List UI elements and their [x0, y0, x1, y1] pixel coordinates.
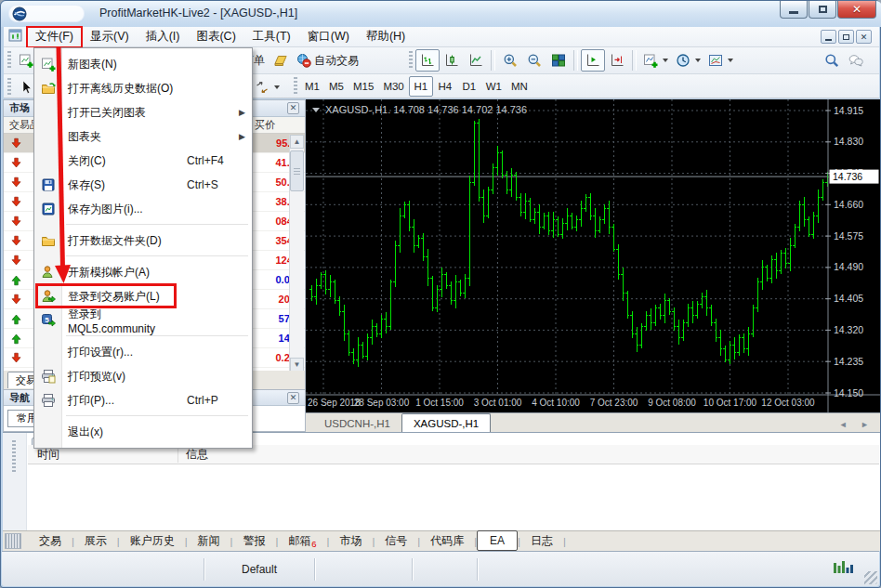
chart-shift-button[interactable] [581, 49, 605, 72]
price-chart[interactable]: 14.91514.83014.74514.66014.57514.49014.4… [306, 99, 880, 412]
svg-text:4 Oct 10:00: 4 Oct 10:00 [532, 398, 580, 408]
message-column-header[interactable]: 信息 [178, 447, 208, 463]
auto-trading-button[interactable]: 自动交易 [293, 49, 362, 72]
templates-button[interactable] [704, 49, 737, 72]
mdi-close-button[interactable]: ✕ [856, 30, 872, 44]
menu-help[interactable]: 帮助(H) [358, 27, 414, 47]
indicators-button[interactable] [639, 49, 672, 72]
file-menu-item-login-to-trade-account[interactable]: 登录到交易账户(L) [34, 284, 252, 308]
menu-item-label: 图表夹 [62, 129, 187, 145]
terminal-tab-account-history[interactable]: 账户历史 [120, 531, 185, 551]
menu-charts[interactable]: 图表(C) [188, 27, 243, 47]
bar-chart-button[interactable] [415, 49, 440, 72]
timeframe-m5[interactable]: M5 [324, 76, 348, 97]
search-button[interactable] [820, 49, 844, 72]
file-menu-item-print-setup[interactable]: 打印设置(r)... [34, 340, 252, 364]
tile-windows-button[interactable] [546, 49, 571, 72]
file-menu-item-save[interactable]: 保存(S)Ctrl+S [34, 173, 252, 197]
line-chart-button[interactable] [464, 49, 488, 72]
close-button[interactable]: ✕ [837, 1, 876, 19]
market-watch-scrollbar[interactable]: ▲ ▼ [289, 135, 304, 372]
menu-window[interactable]: 窗口(W) [299, 27, 358, 47]
menu-file[interactable]: 文件(F) [27, 27, 82, 47]
svg-text:XAGUSD-,H1. 14.708 14.736 14.7: XAGUSD-,H1. 14.708 14.736 14.702 14.736 [325, 104, 527, 115]
timeframe-m15[interactable]: M15 [348, 76, 378, 97]
navigator-close-icon[interactable]: ✕ [287, 392, 299, 404]
toolbar-grip[interactable] [409, 51, 413, 70]
mdi-minimize-icon [825, 39, 832, 41]
dropdown-caret-icon[interactable] [274, 85, 280, 89]
mdi-restore-button[interactable] [838, 30, 854, 44]
scrollbar-thumb[interactable] [290, 150, 304, 191]
terminal-tab-exposure[interactable]: 展示 [74, 531, 117, 551]
chart-tab-scroll-icons[interactable]: ◄ ► [839, 420, 880, 429]
file-menu-item-open-data-folder[interactable]: 打开数据文件夹(D) [34, 229, 252, 253]
restore-icon [819, 6, 827, 13]
timeframe-h4[interactable]: H4 [433, 76, 457, 97]
dropdown-caret-icon[interactable] [695, 59, 701, 62]
file-menu-item-login-to-mql5[interactable]: 5登录到MQL5.community [34, 308, 252, 333]
file-menu-item-save-as-picture[interactable]: 保存为图片(i)... [34, 197, 252, 221]
file-menu-item-new-chart[interactable]: 新图表(N) [34, 52, 252, 76]
file-menu-item-profiles[interactable]: 图表夹▶ [34, 124, 252, 149]
toolbar-grip[interactable] [7, 51, 11, 70]
scroll-up-icon[interactable]: ▲ [290, 135, 304, 149]
terminal-tab-signals[interactable]: 信号 [375, 531, 417, 551]
community-chat-button[interactable] [844, 49, 868, 72]
file-menu-item-print[interactable]: 打印(P)...Ctrl+P [34, 388, 252, 412]
periods-button[interactable] [672, 49, 704, 72]
zoom-out-button[interactable] [522, 49, 546, 72]
timeframe-mn[interactable]: MN [506, 76, 533, 97]
crosshair-tool-button[interactable] [251, 76, 283, 98]
menu-item-shortcut: Ctrl+F4 [187, 154, 239, 167]
file-menu-item-open-offline-history[interactable]: 打开离线历史数据(O) [34, 76, 252, 100]
chart-tab-usdcnhh1[interactable]: USDCNH-,H1 [313, 415, 401, 432]
file-menu-item-open-closed-chart[interactable]: 打开已关闭图表▶ [34, 100, 252, 124]
terminal-tab-journal[interactable]: 日志 [520, 531, 563, 551]
time-column-header[interactable]: 时间 [28, 447, 178, 463]
terminal-tab-ea[interactable]: EA [477, 530, 518, 551]
app-window: ProfitMarketHK-Live2 - [XAGUSD-,H1] ✕ 文件… [0, 0, 881, 588]
resize-grip[interactable] [864, 571, 877, 584]
file-menu-item-close[interactable]: 关闭(C)Ctrl+F4 [34, 149, 252, 173]
terminal-tab-news[interactable]: 新闻 [188, 531, 230, 551]
trend-down-icon [4, 137, 28, 150]
timeframe-h1[interactable]: H1 [409, 76, 433, 97]
candlestick-chart-button[interactable] [440, 49, 464, 72]
terminal-tabs-grip-icon [5, 533, 21, 549]
terminal-tab-market[interactable]: 市场 [329, 531, 372, 551]
restore-button[interactable] [809, 1, 836, 19]
file-menu-item-open-demo-account[interactable]: 开新模拟帐户(A) [34, 260, 252, 284]
file-menu-item-exit[interactable]: 退出(x) [34, 420, 252, 444]
mdi-minimize-button[interactable] [821, 30, 836, 44]
terminal-tab-mailbox[interactable]: 邮箱6 [278, 531, 326, 551]
timeframe-m30[interactable]: M30 [378, 76, 408, 97]
terminal-dock-strip[interactable] [3, 433, 27, 531]
terminal-tab-trade[interactable]: 交易 [29, 531, 72, 551]
menu-insert[interactable]: 插入(I) [138, 27, 189, 47]
dropdown-caret-icon[interactable] [663, 59, 668, 62]
bid-column-header[interactable]: 买价 [251, 118, 275, 132]
status-cell-profile[interactable]: Default [204, 558, 315, 581]
menu-item-label: 打开数据文件夹(D) [62, 233, 187, 249]
trend-down-icon [4, 157, 28, 169]
menu-tools[interactable]: 工具(T) [244, 27, 299, 47]
chart-tab-xagusdh1[interactable]: XAGUSD-,H1 [401, 413, 491, 432]
zoom-in-button[interactable] [498, 49, 522, 72]
auto-scroll-button[interactable] [605, 49, 629, 72]
toolbar-grip[interactable] [294, 77, 297, 96]
dropdown-caret-icon[interactable] [728, 59, 733, 62]
chat-icon [848, 53, 863, 68]
terminal-tab-code-base[interactable]: 代码库 [420, 531, 474, 551]
timeframe-m1[interactable]: M1 [300, 76, 324, 97]
terminal-tab-alerts[interactable]: 警报 [232, 531, 275, 551]
scroll-down-icon[interactable]: ▼ [290, 358, 304, 372]
minimize-button[interactable] [780, 1, 808, 19]
file-menu-item-print-preview[interactable]: 打印预览(v) [34, 364, 252, 388]
history-center-button[interactable] [269, 49, 293, 72]
timeframe-w1[interactable]: W1 [481, 76, 506, 97]
menu-view[interactable]: 显示(V) [82, 27, 138, 47]
toolbar-grip[interactable] [7, 78, 11, 97]
market-watch-close-icon[interactable]: ✕ [287, 102, 299, 114]
timeframe-d1[interactable]: D1 [457, 76, 481, 97]
